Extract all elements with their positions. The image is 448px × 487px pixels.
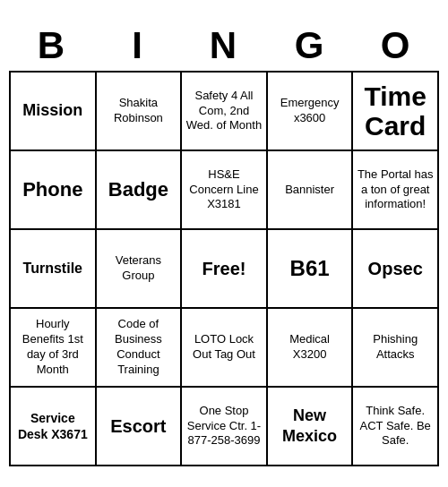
bingo-grid: MissionShakita RobinsonSafety 4 All Com,…	[9, 71, 439, 466]
bingo-cell-r2-c0: Turnstile	[11, 230, 97, 309]
bingo-header: BINGO	[9, 21, 439, 71]
bingo-header-letter: I	[95, 21, 181, 71]
bingo-cell-r1-c0: Phone	[11, 151, 97, 230]
bingo-cell-r2-c1: Veterans Group	[97, 230, 183, 309]
bingo-cell-r4-c4: Think Safe. ACT Safe. Be Safe.	[353, 388, 439, 466]
bingo-card: BINGO MissionShakita RobinsonSafety 4 Al…	[9, 21, 439, 466]
bingo-cell-r1-c3: Bannister	[268, 151, 354, 230]
bingo-cell-r2-c4: Opsec	[353, 230, 439, 309]
bingo-header-letter: O	[353, 21, 439, 71]
bingo-cell-r0-c3: Emergency x3600	[268, 73, 354, 151]
bingo-cell-r4-c1: Escort	[97, 388, 183, 466]
bingo-cell-r3-c1: Code of Business Conduct Training	[97, 309, 183, 388]
bingo-cell-r4-c0: Service Desk X3671	[11, 388, 97, 466]
bingo-header-letter: N	[181, 21, 267, 71]
bingo-cell-r1-c4: The Portal has a ton of great informatio…	[353, 151, 439, 230]
bingo-cell-r1-c1: Badge	[97, 151, 183, 230]
bingo-cell-r3-c4: Phishing Attacks	[353, 309, 439, 388]
bingo-cell-r3-c0: Hourly Benefits 1st day of 3rd Month	[11, 309, 97, 388]
bingo-cell-r0-c1: Shakita Robinson	[97, 73, 183, 151]
bingo-cell-r3-c2: LOTO Lock Out Tag Out	[182, 309, 268, 388]
bingo-header-letter: G	[267, 21, 353, 71]
bingo-cell-r4-c3: New Mexico	[268, 388, 354, 466]
bingo-cell-r2-c3: B61	[268, 230, 354, 309]
bingo-cell-r0-c0: Mission	[11, 73, 97, 151]
bingo-cell-r3-c3: Medical X3200	[268, 309, 354, 388]
bingo-cell-r2-c2: Free!	[182, 230, 268, 309]
bingo-cell-r0-c4: Time Card	[353, 73, 439, 151]
bingo-cell-r4-c2: One Stop Service Ctr. 1-877-258-3699	[182, 388, 268, 466]
bingo-cell-r1-c2: HS&E Concern Line X3181	[182, 151, 268, 230]
bingo-header-letter: B	[9, 21, 95, 71]
bingo-cell-r0-c2: Safety 4 All Com, 2nd Wed. of Month	[182, 73, 268, 151]
